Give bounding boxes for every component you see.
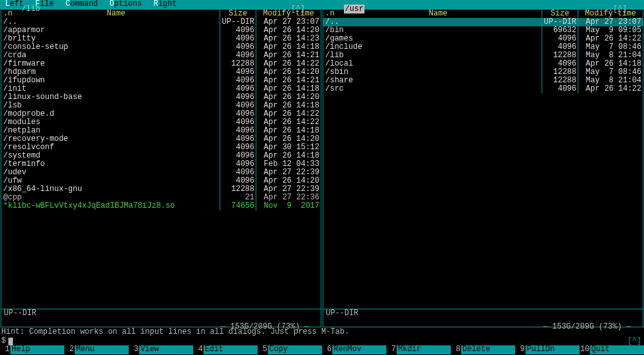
- fkey-edit[interactable]: 4Edit: [193, 345, 258, 354]
- fkey-label: Menu: [75, 345, 129, 354]
- col-size-header[interactable]: Size: [542, 10, 578, 18]
- function-keys[interactable]: 1Help2Menu3View4Edit5Copy6RenMov7Mkdir8D…: [0, 345, 644, 354]
- list-item[interactable]: *klibc-wBFLvVtxy4xJqEadIBJMa78iJz8.so746…: [1, 202, 321, 210]
- file-name: /udev: [1, 168, 220, 177]
- file-list[interactable]: /..UP--DIRApr 27 23:07/apparmor4096Apr 2…: [1, 18, 321, 304]
- fkey-number: 6: [322, 345, 332, 354]
- panel-title[interactable]: <- /usr: [330, 5, 365, 14]
- file-name: /include: [323, 43, 542, 51]
- col-size-header[interactable]: Size: [220, 10, 256, 18]
- menu-item-right[interactable]: Right: [153, 0, 188, 9]
- file-mtime: Apr 26 14:22: [578, 85, 643, 93]
- fkey-copy[interactable]: 5Copy: [258, 345, 322, 354]
- file-name: @cpp: [1, 194, 220, 202]
- file-name: /lib: [323, 51, 542, 60]
- menu-item-options[interactable]: Options: [109, 0, 153, 9]
- fkey-view[interactable]: 3View: [129, 345, 193, 354]
- file-name: /ifupdown: [1, 77, 220, 85]
- fkey-label: View: [139, 345, 193, 354]
- file-name: /hdparm: [1, 68, 220, 77]
- file-list[interactable]: /..UP--DIRApr 27 23:07/bin69632May 9 09:…: [323, 18, 643, 304]
- fkey-mkdir[interactable]: 7Mkdir: [386, 345, 451, 354]
- menubar[interactable]: LeftFileCommandOptionsRight: [0, 0, 644, 9]
- file-name: /recovery-mode: [1, 135, 220, 143]
- file-name: /..: [323, 18, 542, 26]
- workspace: <- /lib .[^]->.nNameSizeModify time/..UP…: [0, 9, 644, 327]
- column-headers[interactable]: .nNameSizeModify time: [323, 10, 643, 18]
- fkey-number: 8: [451, 345, 461, 354]
- file-name: /apparmor: [1, 26, 220, 35]
- panel-left[interactable]: <- /lib .[^]->.nNameSizeModify time/..UP…: [1, 9, 321, 327]
- file-name: /systemd: [1, 152, 220, 160]
- file-name: /netplan: [1, 127, 220, 135]
- panel-status: UP--DIR: [323, 309, 643, 318]
- fkey-number: 9: [515, 345, 526, 354]
- file-name: /crda: [1, 51, 220, 60]
- fkey-number: 2: [64, 345, 75, 354]
- fkey-renmov[interactable]: 6RenMov: [322, 345, 386, 354]
- file-name: /brltty: [1, 35, 220, 43]
- panel-right[interactable]: <- /usr .[^]->.nNameSizeModify time/..UP…: [323, 9, 643, 327]
- file-size: 74656: [220, 202, 256, 210]
- file-name: /ufw: [1, 177, 220, 185]
- file-size: 4096: [542, 85, 578, 93]
- panel-status: UP--DIR: [1, 309, 321, 318]
- fkey-number: 4: [193, 345, 204, 354]
- file-name: /bin: [323, 26, 542, 35]
- file-name: /console-setup: [1, 43, 220, 51]
- fkey-label: Copy: [268, 345, 322, 354]
- panel-title[interactable]: <- /lib: [8, 5, 40, 14]
- fkey-label: RenMov: [332, 345, 386, 354]
- fkey-label: Quit: [590, 345, 644, 354]
- file-name: /lsb: [1, 102, 220, 110]
- file-name: /share: [323, 77, 542, 85]
- prompt-caret: [^]: [627, 337, 641, 345]
- list-item[interactable]: /src4096Apr 26 14:22: [323, 85, 643, 93]
- menu-item-command[interactable]: Command: [66, 0, 109, 9]
- fkey-label: Help: [10, 345, 64, 354]
- disk-usage: — 153G/209G (73%) —: [543, 323, 631, 331]
- disk-usage: — 153G/209G (73%) —: [221, 323, 309, 331]
- fkey-number: 1: [0, 345, 10, 354]
- file-name: /..: [1, 18, 220, 26]
- fkey-number: 5: [258, 345, 268, 354]
- fkey-number: 3: [129, 345, 139, 354]
- file-name: /modules: [1, 118, 220, 127]
- panel-sort-indicator[interactable]: .[^]->: [287, 5, 314, 14]
- file-name: /modprobe.d: [1, 110, 220, 118]
- panel-sort-indicator[interactable]: .[^]->: [609, 5, 636, 14]
- column-headers[interactable]: .nNameSizeModify time: [1, 10, 321, 18]
- fkey-quit[interactable]: 10Quit: [580, 345, 644, 354]
- file-name: /games: [323, 35, 542, 43]
- file-name: *klibc-wBFLvVtxy4xJqEadIBJMa78iJz8.so: [1, 202, 220, 210]
- file-name: /src: [323, 85, 542, 93]
- cursor: [8, 338, 13, 345]
- fkey-pulldn[interactable]: 9PullDn: [515, 345, 580, 354]
- fkey-help[interactable]: 1Help: [0, 345, 64, 354]
- file-name: /sbin: [323, 68, 542, 77]
- fkey-number: 10: [580, 345, 590, 354]
- file-name: /resolvconf: [1, 143, 220, 152]
- fkey-delete[interactable]: 8Delete: [451, 345, 515, 354]
- fkey-label: Edit: [204, 345, 258, 354]
- file-name: /local: [323, 60, 542, 68]
- fkey-label: Mkdir: [397, 345, 451, 354]
- file-name: /terminfo: [1, 160, 220, 168]
- fkey-number: 7: [386, 345, 397, 354]
- file-name: /linux-sound-base: [1, 93, 220, 102]
- file-name: /firmware: [1, 60, 220, 68]
- fkey-label: PullDn: [526, 345, 580, 354]
- file-name: /x86_64-linux-gnu: [1, 185, 220, 194]
- fkey-label: Delete: [461, 345, 515, 354]
- file-mtime: Nov 9 2017: [256, 202, 321, 210]
- file-name: /init: [1, 85, 220, 93]
- fkey-menu[interactable]: 2Menu: [64, 345, 129, 354]
